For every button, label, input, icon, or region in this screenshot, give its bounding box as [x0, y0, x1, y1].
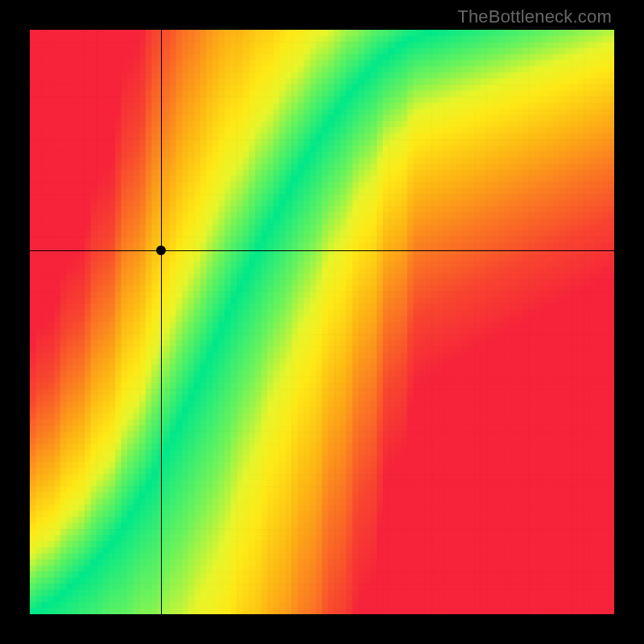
crosshair-vertical	[161, 30, 162, 614]
heatmap-plot	[30, 30, 614, 614]
watermark-text: TheBottleneck.com	[457, 6, 612, 27]
crosshair-horizontal	[30, 250, 614, 251]
crosshair-marker	[156, 246, 166, 255]
chart-frame: TheBottleneck.com	[0, 0, 644, 644]
heatmap-canvas	[30, 30, 614, 614]
